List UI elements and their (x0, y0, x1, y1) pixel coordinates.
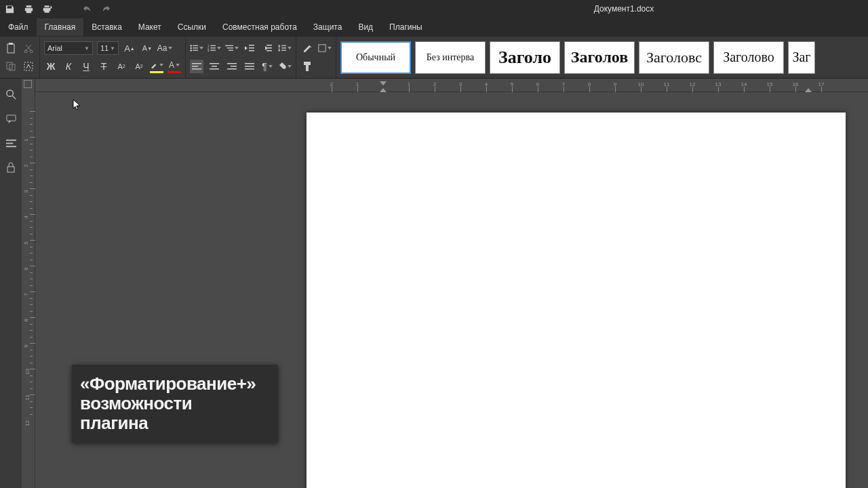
svg-rect-33 (192, 66, 198, 67)
svg-rect-6 (24, 62, 33, 70)
menu-плагины[interactable]: Плагины (381, 18, 431, 36)
menu-совместная работа[interactable]: Совместная работа (214, 18, 305, 36)
align-right-icon[interactable] (225, 60, 239, 73)
svg-rect-1 (9, 43, 13, 45)
print-icon[interactable] (23, 3, 34, 14)
svg-rect-44 (319, 45, 326, 52)
svg-rect-24 (249, 50, 254, 52)
menu-макет[interactable]: Макет (130, 18, 170, 36)
document-title: Документ1.docx (594, 4, 654, 14)
svg-rect-36 (212, 66, 217, 67)
style-0[interactable]: Обычный (340, 41, 411, 74)
strike-icon[interactable]: Т (97, 60, 111, 73)
line-spacing-icon[interactable] (278, 41, 292, 55)
style-4[interactable]: Заголовс (639, 41, 709, 74)
svg-rect-16 (210, 47, 216, 48)
menu-ссылки[interactable]: Ссылки (170, 18, 214, 36)
headings-icon[interactable] (5, 137, 17, 149)
subscript-icon[interactable]: A2 (132, 60, 146, 73)
style-2[interactable]: Заголо (490, 41, 560, 74)
select-all-icon[interactable] (22, 60, 35, 73)
search-icon[interactable] (5, 88, 17, 100)
format-painter-icon[interactable] (300, 60, 314, 73)
italic-icon[interactable]: К (62, 60, 75, 73)
svg-rect-49 (6, 139, 16, 140)
svg-rect-30 (281, 47, 286, 48)
font-name-select[interactable]: Arial▼ (44, 41, 93, 55)
svg-rect-18 (210, 50, 216, 51)
cut-icon[interactable] (22, 41, 35, 55)
align-justify-icon[interactable] (243, 60, 256, 73)
style-6[interactable]: Заг (788, 41, 815, 74)
multilevel-icon[interactable] (225, 41, 239, 55)
svg-rect-19 (225, 45, 233, 46)
font-color-icon[interactable]: A (167, 60, 181, 73)
overlay-line: возможности (80, 394, 270, 413)
svg-text:3: 3 (208, 49, 210, 52)
indent-increase-icon[interactable] (260, 41, 274, 55)
svg-rect-38 (227, 63, 237, 64)
svg-rect-35 (210, 63, 219, 64)
menu-файл[interactable]: Файл (0, 18, 37, 36)
svg-rect-29 (281, 45, 286, 46)
bullets-icon[interactable] (190, 41, 203, 55)
copy-icon[interactable] (4, 60, 18, 73)
style-3[interactable]: Заголов (564, 41, 635, 74)
svg-rect-31 (281, 50, 286, 51)
svg-rect-8 (193, 45, 198, 46)
svg-rect-41 (245, 63, 254, 64)
svg-rect-27 (267, 50, 272, 52)
svg-rect-25 (267, 45, 272, 46)
borders-icon[interactable] (318, 41, 332, 55)
save-icon[interactable] (4, 3, 15, 14)
svg-rect-0 (7, 44, 14, 53)
svg-rect-37 (210, 68, 219, 70)
quickprint-icon[interactable] (42, 3, 53, 14)
menu-главная[interactable]: Главная (37, 18, 84, 36)
svg-rect-12 (193, 50, 198, 51)
menu-защита[interactable]: Защита (305, 18, 351, 36)
font-grow-icon[interactable]: A▲ (123, 41, 136, 55)
svg-rect-14 (210, 45, 216, 46)
svg-rect-22 (249, 45, 254, 46)
toolbar: Arial▼ 11▼ A▲ A▼ Aa Ж К Ч Т A2 A2 A 123 (0, 37, 868, 79)
paste-icon[interactable] (4, 41, 18, 55)
redo-icon[interactable] (100, 3, 111, 14)
numbering-icon[interactable]: 123 (208, 41, 221, 55)
style-5[interactable]: Заголово (713, 41, 784, 74)
svg-rect-48 (6, 115, 15, 120)
align-center-icon[interactable] (208, 60, 221, 73)
sidebar (0, 79, 22, 488)
svg-rect-20 (227, 47, 233, 48)
change-case-icon[interactable]: Aa (158, 41, 172, 55)
font-size-select[interactable]: 11▼ (97, 41, 119, 55)
page[interactable] (307, 113, 846, 488)
svg-rect-51 (6, 146, 16, 147)
comments-icon[interactable] (5, 113, 17, 125)
bold-icon[interactable]: Ж (44, 60, 58, 73)
ruler-horizontal: 211234567891011121314151617 (35, 79, 868, 92)
superscript-icon[interactable]: A2 (115, 60, 128, 73)
indent-decrease-icon[interactable] (243, 41, 256, 55)
font-shrink-icon[interactable]: A▼ (140, 41, 154, 55)
ruler-vertical: 123456789101112 (22, 79, 35, 488)
svg-rect-26 (267, 47, 272, 49)
menu-вставка[interactable]: Вставка (83, 18, 130, 36)
style-1[interactable]: Без интерва (415, 41, 486, 74)
overlay-tooltip: «Форматирование+» возможности плагина (72, 365, 278, 443)
paragraph-mark-icon[interactable]: ¶ (260, 60, 274, 73)
align-left-icon[interactable] (190, 60, 203, 73)
svg-rect-21 (229, 50, 233, 51)
svg-rect-23 (249, 47, 254, 49)
lock-icon[interactable] (5, 161, 17, 174)
menu-вид[interactable]: Вид (350, 18, 381, 36)
svg-rect-45 (304, 62, 311, 65)
clear-format-icon[interactable] (300, 41, 314, 55)
shading-icon[interactable] (278, 60, 292, 73)
undo-icon[interactable] (81, 3, 92, 14)
svg-rect-32 (192, 63, 201, 64)
highlight-color-icon[interactable] (150, 60, 163, 73)
svg-point-7 (190, 45, 192, 47)
svg-rect-28 (279, 46, 279, 51)
underline-icon[interactable]: Ч (79, 60, 93, 73)
